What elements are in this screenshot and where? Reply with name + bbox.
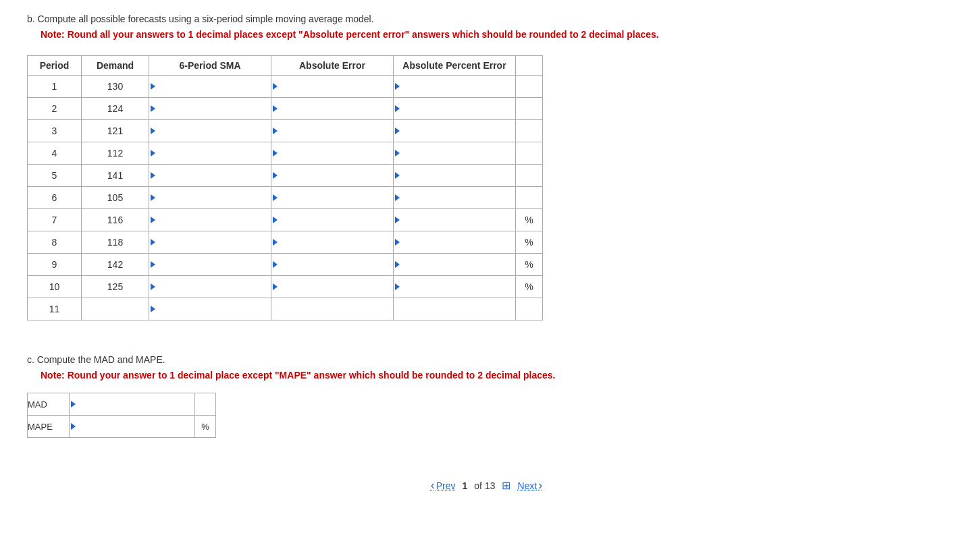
abs-pct-input-3[interactable] xyxy=(394,120,515,142)
cell-sma-10[interactable] xyxy=(149,275,271,298)
sma-input-10[interactable] xyxy=(149,276,271,298)
sma-input-9[interactable] xyxy=(149,254,271,275)
sma-input-1[interactable] xyxy=(149,76,271,97)
abs-pct-input-2[interactable] xyxy=(394,98,515,119)
cell-abs-err-9[interactable] xyxy=(271,253,394,275)
mape-label: MAPE xyxy=(28,416,70,438)
cell-period-1: 1 xyxy=(28,75,82,97)
cell-period-7: 7 xyxy=(28,208,82,231)
cell-abs-err-10[interactable] xyxy=(271,275,394,298)
abs-err-input-8[interactable] xyxy=(271,231,393,253)
abs-pct-input-1[interactable] xyxy=(394,76,515,97)
sma-input-2[interactable] xyxy=(149,98,271,119)
cell-sma-4[interactable] xyxy=(149,142,271,164)
cell-abs-err-7[interactable] xyxy=(271,208,394,231)
cell-abs-err-1[interactable] xyxy=(271,75,394,97)
cell-sma-2[interactable] xyxy=(149,97,271,119)
sma-input-8[interactable] xyxy=(149,231,271,253)
sma-input-4[interactable] xyxy=(149,142,271,164)
cell-sma-11[interactable] xyxy=(149,298,271,320)
cell-pct-sign-4 xyxy=(516,142,543,164)
cell-sma-5[interactable] xyxy=(149,164,271,186)
abs-err-input-9[interactable] xyxy=(271,254,393,275)
cell-demand-9: 142 xyxy=(82,253,149,275)
cell-abs-pct-10[interactable] xyxy=(394,275,516,298)
table-row: 5141 xyxy=(28,164,543,186)
header-demand: Demand xyxy=(82,55,149,75)
cell-demand-6: 105 xyxy=(82,186,149,208)
prev-button[interactable]: Prev xyxy=(431,478,456,493)
cell-pct-sign-6 xyxy=(516,186,543,208)
abs-err-input-10[interactable] xyxy=(271,276,393,298)
mape-input[interactable] xyxy=(70,416,194,437)
prev-arrow-icon xyxy=(431,478,435,493)
abs-err-input-2[interactable] xyxy=(271,98,393,119)
cell-abs-pct-5[interactable] xyxy=(394,164,516,186)
mad-input[interactable] xyxy=(70,393,194,415)
sma-input-6[interactable] xyxy=(149,187,271,208)
abs-err-input-7[interactable] xyxy=(271,209,393,231)
sma-input-7[interactable] xyxy=(149,209,271,231)
sma-input-5[interactable] xyxy=(149,165,271,186)
sma-input-3[interactable] xyxy=(149,120,271,142)
cell-abs-pct-3[interactable] xyxy=(394,119,516,142)
abs-pct-input-9[interactable] xyxy=(394,254,515,275)
cell-abs-err-5[interactable] xyxy=(271,164,394,186)
header-sma: 6-Period SMA xyxy=(149,55,271,75)
grid-icon[interactable]: ⊞ xyxy=(502,479,510,492)
cell-abs-err-2[interactable] xyxy=(271,97,394,119)
cell-sma-6[interactable] xyxy=(149,186,271,208)
cell-abs-pct-2[interactable] xyxy=(394,97,516,119)
mad-row: MAD xyxy=(28,393,216,416)
question-b-note: Note: Round all your answers to 1 decima… xyxy=(41,28,946,42)
cell-demand-4: 112 xyxy=(82,142,149,164)
question-c-text: c. Compute the MAD and MAPE. xyxy=(27,354,946,365)
abs-pct-input-7[interactable] xyxy=(394,209,515,231)
cell-abs-pct-8[interactable] xyxy=(394,231,516,253)
mape-input-cell[interactable] xyxy=(69,416,194,438)
abs-err-input-4[interactable] xyxy=(271,142,393,164)
table-row: 4112 xyxy=(28,142,543,164)
cell-sma-8[interactable] xyxy=(149,231,271,253)
cell-sma-1[interactable] xyxy=(149,75,271,97)
question-b-section: b. Compute all possible forecasts using … xyxy=(27,13,946,42)
cell-period-2: 2 xyxy=(28,97,82,119)
cell-pct-sign-7: % xyxy=(516,208,543,231)
cell-sma-7[interactable] xyxy=(149,208,271,231)
cell-abs-err-8[interactable] xyxy=(271,231,394,253)
cell-period-11: 11 xyxy=(28,298,82,320)
cell-abs-pct-11 xyxy=(394,298,516,320)
sma-input-11[interactable] xyxy=(149,298,271,320)
cell-abs-pct-7[interactable] xyxy=(394,208,516,231)
cell-pct-sign-8: % xyxy=(516,231,543,253)
cell-abs-pct-4[interactable] xyxy=(394,142,516,164)
abs-pct-input-6[interactable] xyxy=(394,187,515,208)
cell-sma-3[interactable] xyxy=(149,119,271,142)
abs-pct-input-8[interactable] xyxy=(394,231,515,253)
abs-err-input-6[interactable] xyxy=(271,187,393,208)
cell-pct-sign-9: % xyxy=(516,253,543,275)
note-body: Round all your answers to 1 decimal plac… xyxy=(68,29,659,40)
cell-demand-5: 141 xyxy=(82,164,149,186)
cell-abs-pct-1[interactable] xyxy=(394,75,516,97)
question-c-section: c. Compute the MAD and MAPE. Note: Round… xyxy=(27,354,946,439)
abs-pct-input-10[interactable] xyxy=(394,276,515,298)
cell-period-4: 4 xyxy=(28,142,82,164)
mad-input-cell[interactable] xyxy=(69,393,194,416)
current-page: 1 xyxy=(463,480,468,491)
abs-pct-input-5[interactable] xyxy=(394,165,515,186)
abs-pct-input-4[interactable] xyxy=(394,142,515,164)
cell-abs-pct-9[interactable] xyxy=(394,253,516,275)
cell-abs-err-6[interactable] xyxy=(271,186,394,208)
next-button[interactable]: Next xyxy=(517,478,542,493)
question-b-label: b. xyxy=(27,13,35,24)
abs-err-input-1[interactable] xyxy=(271,76,393,97)
abs-err-input-5[interactable] xyxy=(271,165,393,186)
abs-err-input-3[interactable] xyxy=(271,120,393,142)
mad-mape-table: MAD MAPE % xyxy=(27,393,216,438)
cell-pct-sign-11 xyxy=(516,298,543,320)
cell-abs-err-4[interactable] xyxy=(271,142,394,164)
cell-sma-9[interactable] xyxy=(149,253,271,275)
cell-abs-err-3[interactable] xyxy=(271,119,394,142)
cell-abs-pct-6[interactable] xyxy=(394,186,516,208)
